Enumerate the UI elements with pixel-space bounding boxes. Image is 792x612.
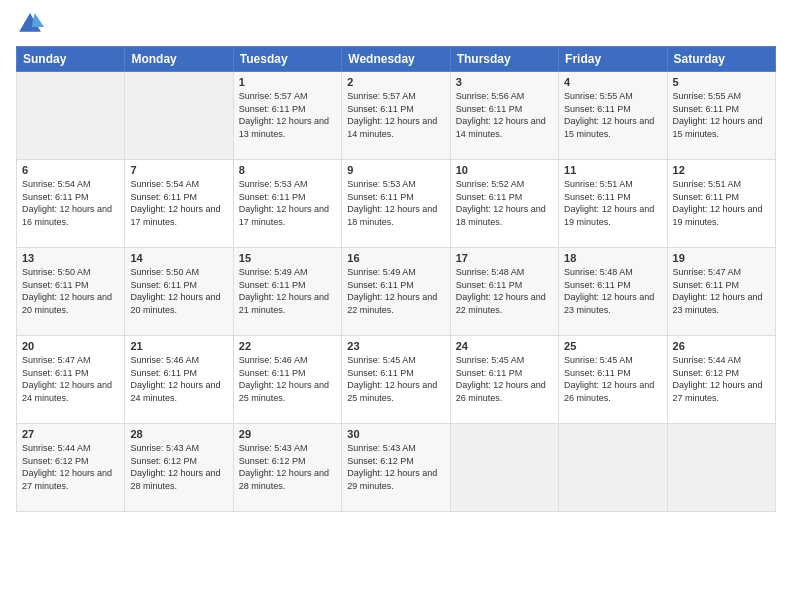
day-info: Sunrise: 5:49 AM Sunset: 6:11 PM Dayligh… [239, 266, 336, 316]
day-cell: 30Sunrise: 5:43 AM Sunset: 6:12 PM Dayli… [342, 424, 450, 512]
day-number: 28 [130, 428, 227, 440]
weekday-header-saturday: Saturday [667, 47, 775, 72]
day-cell [667, 424, 775, 512]
week-row-2: 6Sunrise: 5:54 AM Sunset: 6:11 PM Daylig… [17, 160, 776, 248]
week-row-1: 1Sunrise: 5:57 AM Sunset: 6:11 PM Daylig… [17, 72, 776, 160]
day-number: 6 [22, 164, 119, 176]
day-cell: 14Sunrise: 5:50 AM Sunset: 6:11 PM Dayli… [125, 248, 233, 336]
day-info: Sunrise: 5:51 AM Sunset: 6:11 PM Dayligh… [673, 178, 770, 228]
day-cell: 27Sunrise: 5:44 AM Sunset: 6:12 PM Dayli… [17, 424, 125, 512]
week-row-3: 13Sunrise: 5:50 AM Sunset: 6:11 PM Dayli… [17, 248, 776, 336]
logo-icon [16, 10, 44, 38]
day-number: 21 [130, 340, 227, 352]
day-number: 5 [673, 76, 770, 88]
day-number: 24 [456, 340, 553, 352]
weekday-header-friday: Friday [559, 47, 667, 72]
svg-marker-1 [32, 13, 44, 27]
day-number: 22 [239, 340, 336, 352]
day-cell [125, 72, 233, 160]
day-info: Sunrise: 5:49 AM Sunset: 6:11 PM Dayligh… [347, 266, 444, 316]
day-info: Sunrise: 5:47 AM Sunset: 6:11 PM Dayligh… [22, 354, 119, 404]
day-info: Sunrise: 5:48 AM Sunset: 6:11 PM Dayligh… [564, 266, 661, 316]
day-number: 26 [673, 340, 770, 352]
day-cell: 15Sunrise: 5:49 AM Sunset: 6:11 PM Dayli… [233, 248, 341, 336]
day-info: Sunrise: 5:53 AM Sunset: 6:11 PM Dayligh… [347, 178, 444, 228]
day-cell: 16Sunrise: 5:49 AM Sunset: 6:11 PM Dayli… [342, 248, 450, 336]
day-cell: 28Sunrise: 5:43 AM Sunset: 6:12 PM Dayli… [125, 424, 233, 512]
day-cell: 5Sunrise: 5:55 AM Sunset: 6:11 PM Daylig… [667, 72, 775, 160]
day-info: Sunrise: 5:43 AM Sunset: 6:12 PM Dayligh… [347, 442, 444, 492]
day-info: Sunrise: 5:48 AM Sunset: 6:11 PM Dayligh… [456, 266, 553, 316]
day-cell: 1Sunrise: 5:57 AM Sunset: 6:11 PM Daylig… [233, 72, 341, 160]
day-cell: 11Sunrise: 5:51 AM Sunset: 6:11 PM Dayli… [559, 160, 667, 248]
day-number: 29 [239, 428, 336, 440]
day-cell: 18Sunrise: 5:48 AM Sunset: 6:11 PM Dayli… [559, 248, 667, 336]
day-cell: 7Sunrise: 5:54 AM Sunset: 6:11 PM Daylig… [125, 160, 233, 248]
day-info: Sunrise: 5:44 AM Sunset: 6:12 PM Dayligh… [22, 442, 119, 492]
day-cell [17, 72, 125, 160]
day-number: 15 [239, 252, 336, 264]
day-number: 25 [564, 340, 661, 352]
day-cell: 2Sunrise: 5:57 AM Sunset: 6:11 PM Daylig… [342, 72, 450, 160]
day-info: Sunrise: 5:50 AM Sunset: 6:11 PM Dayligh… [130, 266, 227, 316]
day-info: Sunrise: 5:45 AM Sunset: 6:11 PM Dayligh… [456, 354, 553, 404]
day-cell: 24Sunrise: 5:45 AM Sunset: 6:11 PM Dayli… [450, 336, 558, 424]
day-cell: 13Sunrise: 5:50 AM Sunset: 6:11 PM Dayli… [17, 248, 125, 336]
day-info: Sunrise: 5:43 AM Sunset: 6:12 PM Dayligh… [130, 442, 227, 492]
day-info: Sunrise: 5:51 AM Sunset: 6:11 PM Dayligh… [564, 178, 661, 228]
day-number: 7 [130, 164, 227, 176]
day-number: 4 [564, 76, 661, 88]
day-cell: 23Sunrise: 5:45 AM Sunset: 6:11 PM Dayli… [342, 336, 450, 424]
day-number: 13 [22, 252, 119, 264]
day-info: Sunrise: 5:50 AM Sunset: 6:11 PM Dayligh… [22, 266, 119, 316]
day-info: Sunrise: 5:57 AM Sunset: 6:11 PM Dayligh… [239, 90, 336, 140]
day-info: Sunrise: 5:46 AM Sunset: 6:11 PM Dayligh… [239, 354, 336, 404]
day-cell: 10Sunrise: 5:52 AM Sunset: 6:11 PM Dayli… [450, 160, 558, 248]
week-row-4: 20Sunrise: 5:47 AM Sunset: 6:11 PM Dayli… [17, 336, 776, 424]
day-cell: 4Sunrise: 5:55 AM Sunset: 6:11 PM Daylig… [559, 72, 667, 160]
day-cell: 17Sunrise: 5:48 AM Sunset: 6:11 PM Dayli… [450, 248, 558, 336]
page: SundayMondayTuesdayWednesdayThursdayFrid… [0, 0, 792, 612]
day-info: Sunrise: 5:46 AM Sunset: 6:11 PM Dayligh… [130, 354, 227, 404]
day-info: Sunrise: 5:47 AM Sunset: 6:11 PM Dayligh… [673, 266, 770, 316]
day-info: Sunrise: 5:54 AM Sunset: 6:11 PM Dayligh… [22, 178, 119, 228]
weekday-header-thursday: Thursday [450, 47, 558, 72]
weekday-header-tuesday: Tuesday [233, 47, 341, 72]
day-info: Sunrise: 5:53 AM Sunset: 6:11 PM Dayligh… [239, 178, 336, 228]
day-cell [450, 424, 558, 512]
day-number: 1 [239, 76, 336, 88]
day-info: Sunrise: 5:43 AM Sunset: 6:12 PM Dayligh… [239, 442, 336, 492]
day-number: 19 [673, 252, 770, 264]
day-info: Sunrise: 5:44 AM Sunset: 6:12 PM Dayligh… [673, 354, 770, 404]
day-number: 14 [130, 252, 227, 264]
day-number: 27 [22, 428, 119, 440]
weekday-header-row: SundayMondayTuesdayWednesdayThursdayFrid… [17, 47, 776, 72]
day-number: 16 [347, 252, 444, 264]
day-number: 18 [564, 252, 661, 264]
day-cell: 29Sunrise: 5:43 AM Sunset: 6:12 PM Dayli… [233, 424, 341, 512]
day-number: 12 [673, 164, 770, 176]
calendar: SundayMondayTuesdayWednesdayThursdayFrid… [16, 46, 776, 512]
day-number: 11 [564, 164, 661, 176]
week-row-5: 27Sunrise: 5:44 AM Sunset: 6:12 PM Dayli… [17, 424, 776, 512]
day-cell: 20Sunrise: 5:47 AM Sunset: 6:11 PM Dayli… [17, 336, 125, 424]
weekday-header-wednesday: Wednesday [342, 47, 450, 72]
day-number: 9 [347, 164, 444, 176]
day-number: 8 [239, 164, 336, 176]
day-number: 3 [456, 76, 553, 88]
day-info: Sunrise: 5:45 AM Sunset: 6:11 PM Dayligh… [347, 354, 444, 404]
day-info: Sunrise: 5:54 AM Sunset: 6:11 PM Dayligh… [130, 178, 227, 228]
day-cell: 6Sunrise: 5:54 AM Sunset: 6:11 PM Daylig… [17, 160, 125, 248]
day-cell: 25Sunrise: 5:45 AM Sunset: 6:11 PM Dayli… [559, 336, 667, 424]
header [16, 10, 776, 38]
day-number: 17 [456, 252, 553, 264]
day-info: Sunrise: 5:55 AM Sunset: 6:11 PM Dayligh… [673, 90, 770, 140]
day-number: 2 [347, 76, 444, 88]
day-cell: 3Sunrise: 5:56 AM Sunset: 6:11 PM Daylig… [450, 72, 558, 160]
weekday-header-monday: Monday [125, 47, 233, 72]
day-cell: 19Sunrise: 5:47 AM Sunset: 6:11 PM Dayli… [667, 248, 775, 336]
day-cell: 22Sunrise: 5:46 AM Sunset: 6:11 PM Dayli… [233, 336, 341, 424]
day-cell: 26Sunrise: 5:44 AM Sunset: 6:12 PM Dayli… [667, 336, 775, 424]
day-cell: 12Sunrise: 5:51 AM Sunset: 6:11 PM Dayli… [667, 160, 775, 248]
day-cell: 9Sunrise: 5:53 AM Sunset: 6:11 PM Daylig… [342, 160, 450, 248]
